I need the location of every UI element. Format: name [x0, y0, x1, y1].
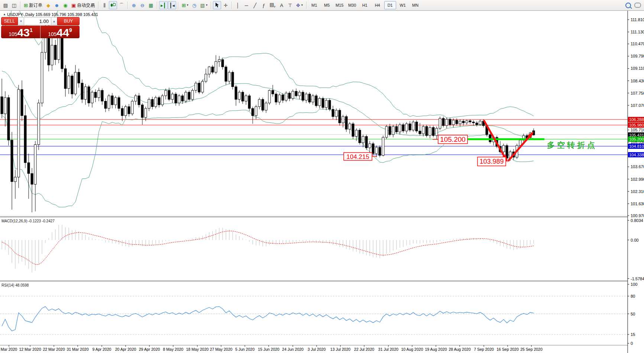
svg-text:102.990: 102.990 — [631, 177, 644, 182]
sell-button[interactable]: SELL — [1, 17, 18, 25]
mt4-terminal: ▤ ◫ ⊞ 新订单 ◆ ☻ ◉ ▣ 自动交易 ⫼ ⌒ ⊕ ⊖ ▦ ▸┃ ┃◂ ⊞… — [0, 0, 644, 353]
timeframe-D1[interactable]: D1 — [384, 1, 396, 9]
bar-chart-icon[interactable]: ⫼ — [100, 1, 109, 9]
chat-icon[interactable] — [633, 1, 643, 9]
timeframe-M1[interactable]: M1 — [308, 1, 320, 9]
timeframe-M30[interactable]: M30 — [346, 1, 358, 9]
buy-price-display[interactable]: 105449 — [41, 26, 80, 38]
svg-text:31 Jul 2020: 31 Jul 2020 — [378, 347, 398, 352]
svg-text:18 May 2020: 18 May 2020 — [186, 347, 209, 352]
svg-text:111.810: 111.810 — [631, 17, 644, 22]
profile-icon[interactable]: ◫ — [10, 1, 18, 9]
svg-text:16 Sep 2020: 16 Sep 2020 — [496, 347, 519, 352]
svg-text:106.288: 106.288 — [629, 117, 644, 122]
community-icon[interactable]: ☻ — [53, 1, 61, 9]
chart-window[interactable]: 105.200104.215103.989多空转折点111.810111.130… — [0, 11, 644, 353]
search-icon[interactable] — [624, 1, 632, 9]
clock-icon: ◷ — [192, 3, 196, 8]
autotrade-label: 自动交易 — [77, 2, 95, 9]
one-click-trading-panel: SELL ▼ ▲ BUY 105431 105449 — [1, 17, 80, 38]
separator — [306, 1, 307, 9]
svg-text:105.980: 105.980 — [629, 123, 644, 127]
svg-text:10 Aug 2020: 10 Aug 2020 — [401, 347, 423, 352]
timeframe-M5[interactable]: M5 — [321, 1, 333, 9]
separator — [232, 1, 232, 9]
svg-text:103.670: 103.670 — [631, 164, 644, 169]
separator — [157, 1, 157, 9]
svg-text:22 Jul 2020: 22 Jul 2020 — [354, 347, 374, 352]
svg-text:13 Jul 2020: 13 Jul 2020 — [330, 347, 350, 352]
svg-text:100: 100 — [631, 282, 637, 287]
buy-button[interactable]: BUY — [57, 17, 80, 25]
svg-text:104.215: 104.215 — [346, 153, 369, 160]
new-order-label: 新订单 — [29, 2, 42, 9]
candlestick-chart-icon[interactable] — [109, 1, 117, 9]
trendline-icon[interactable]: ╱ — [251, 1, 259, 9]
svg-text:22 Mar 2020: 22 Mar 2020 — [43, 347, 65, 352]
cursor-icon[interactable] — [213, 1, 221, 9]
svg-text:9 Apr 2020: 9 Apr 2020 — [93, 347, 111, 352]
horizontal-line-icon[interactable]: ─ — [242, 1, 250, 9]
tile-windows-icon[interactable]: ▦ — [147, 1, 155, 9]
timeframe-W1[interactable]: W1 — [397, 1, 409, 9]
signal-icon[interactable]: ◉ — [61, 1, 69, 9]
market-depth-icon[interactable]: ◆ — [44, 1, 52, 9]
line-chart-icon[interactable]: ⌒ — [117, 1, 126, 9]
autoscroll-icon[interactable]: ▸┃ — [159, 1, 167, 9]
svg-text:3 Jul 2020: 3 Jul 2020 — [308, 347, 326, 352]
fibonacci-icon[interactable]: ƒ — [259, 1, 268, 9]
new-order-button[interactable]: ⊞ 新订单 — [22, 1, 44, 9]
svg-text:Mar 2020: Mar 2020 — [1, 347, 17, 352]
crosshair-icon[interactable]: ✛ — [221, 1, 230, 9]
svg-text:100.970: 100.970 — [631, 213, 644, 218]
collapse-triangle-icon: ▲ — [3, 13, 6, 16]
svg-text:15 Jun 2020: 15 Jun 2020 — [258, 347, 279, 352]
svg-text:50: 50 — [631, 312, 635, 316]
sell-price-display[interactable]: 105431 — [1, 26, 41, 38]
text-icon[interactable]: A — [278, 1, 286, 9]
grid-lines-icon[interactable]: ▤F — [268, 1, 277, 9]
svg-text:107.070: 107.070 — [631, 103, 644, 108]
svg-text:15: 15 — [631, 332, 635, 337]
volume-increase-button[interactable]: ▲ — [51, 17, 57, 25]
autotrade-button[interactable]: ▣ 自动交易 — [70, 1, 96, 9]
zoom-in-icon[interactable]: ⊕ — [130, 1, 138, 9]
templates-button[interactable]: ▧▾ — [199, 1, 209, 9]
timeframe-H1[interactable]: H1 — [359, 1, 371, 9]
periods-button[interactable]: ◷ — [190, 1, 198, 9]
chart-window-icon[interactable]: ▤ — [1, 1, 10, 9]
volume-decrease-button[interactable]: ▼ — [18, 17, 24, 25]
svg-text:27 May 2020: 27 May 2020 — [210, 347, 233, 352]
separator — [20, 1, 20, 9]
svg-text:105.200: 105.200 — [440, 135, 466, 143]
svg-text:102.310: 102.310 — [631, 189, 644, 194]
indicators-button[interactable]: ⊞▾ — [180, 1, 190, 9]
svg-text:8 May 2020: 8 May 2020 — [163, 347, 184, 352]
svg-text:19 Aug 2020: 19 Aug 2020 — [425, 347, 447, 352]
svg-text:110.470: 110.470 — [631, 42, 644, 46]
svg-text:80: 80 — [631, 294, 635, 298]
shapes-icon: ✥ — [296, 3, 300, 8]
svg-text:107.750: 107.750 — [631, 91, 644, 95]
timeframe-M15[interactable]: M15 — [334, 1, 346, 9]
svg-text:12 Mar 2020: 12 Mar 2020 — [19, 347, 41, 352]
new-order-icon: ⊞ — [24, 3, 28, 8]
svg-text:108.430: 108.430 — [631, 79, 644, 83]
svg-text:105.200: 105.200 — [629, 137, 644, 141]
chart-canvas[interactable]: 105.200104.215103.989多空转折点111.810111.130… — [0, 11, 644, 353]
zoom-out-icon[interactable]: ⊖ — [138, 1, 146, 9]
vertical-line-icon[interactable]: │ — [234, 1, 242, 9]
svg-text:105.710: 105.710 — [631, 128, 644, 132]
volume-input[interactable] — [24, 17, 51, 25]
svg-text:20 Apr 2020: 20 Apr 2020 — [115, 347, 136, 352]
text-label-icon[interactable]: ⊤ — [286, 1, 294, 9]
svg-text:101.630: 101.630 — [631, 202, 644, 206]
separator — [98, 1, 98, 9]
shapes-button[interactable]: ✥▾ — [295, 1, 304, 9]
indicators-icon: ⊞ — [182, 3, 186, 8]
svg-text:109.790: 109.790 — [631, 54, 644, 58]
chart-shift-icon[interactable]: ┃◂ — [168, 1, 176, 9]
svg-text:多空转折点: 多空转折点 — [547, 141, 597, 150]
timeframe-MN[interactable]: MN — [410, 1, 421, 9]
timeframe-H4[interactable]: H4 — [372, 1, 384, 9]
